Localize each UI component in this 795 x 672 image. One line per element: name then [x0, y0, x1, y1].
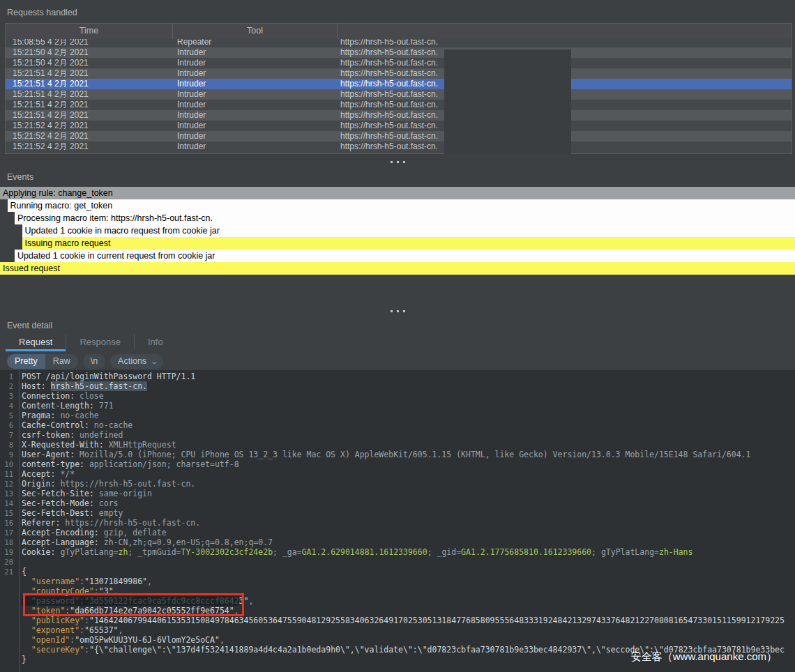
- line-number: 10: [0, 459, 16, 469]
- code-line: "exponent":"65537",: [0, 625, 795, 635]
- code-line: "openId":"omQ5PwKUU3YU-6J-6VlomY2e5oCA",: [0, 635, 795, 645]
- table-cell-tool: Intruder: [173, 100, 338, 110]
- line-number: [0, 616, 16, 625]
- line-number: [0, 586, 16, 596]
- raw-button[interactable]: Raw: [45, 354, 78, 369]
- token-highlight-annotation: [23, 593, 244, 616]
- table-cell-time: 15:21:50 4 2月 2021: [6, 58, 173, 68]
- table-cell-tool: Intruder: [173, 131, 338, 142]
- line-number: 14: [0, 498, 16, 508]
- line-number: 9: [0, 450, 16, 459]
- event-item[interactable]: Updated 1 cookie in current request from…: [15, 250, 795, 262]
- code-line: 15Sec-Fetch-Dest: empty: [0, 508, 795, 518]
- code-line: 4Content-Length: 771: [0, 401, 795, 411]
- tab-response[interactable]: Response: [66, 334, 135, 349]
- event-item[interactable]: Issued request: [0, 262, 795, 275]
- actions-button[interactable]: Actions ⌄: [110, 354, 162, 369]
- table-row[interactable]: 15:21:51 4 2月 2021Intruderhttps://hrsh-h…: [6, 100, 792, 110]
- event-detail-title: Event detail: [7, 321, 52, 330]
- line-number: [0, 596, 16, 606]
- table-row[interactable]: 15:21:52 4 2月 2021Intruderhttps://hrsh-h…: [6, 131, 792, 142]
- line-number: 19: [0, 547, 16, 557]
- event-item[interactable]: Processing macro item: https://hrsh-h5-o…: [15, 212, 795, 224]
- code-line: 6Cache-Control: no-cache: [0, 420, 795, 430]
- table-row[interactable]: 15:21:50 4 2月 2021Intruderhttps://hrsh-h…: [6, 47, 792, 58]
- event-item[interactable]: Applying rule: change_token: [0, 187, 795, 199]
- newline-toggle-button[interactable]: \n: [83, 354, 105, 369]
- table-row[interactable]: 15:21:51 4 2月 2021Intruderhttps://hrsh-h…: [6, 110, 792, 121]
- table-cell-tool: Intruder: [173, 68, 338, 79]
- code-line: 18Accept-Language: zh-CN,zh;q=0.9,en-US;…: [0, 537, 795, 547]
- line-number: [0, 606, 16, 616]
- code-line: "username":"13071849986",: [0, 576, 795, 586]
- line-number: 15: [0, 508, 16, 518]
- line-number: [0, 576, 16, 586]
- code-line: 21{: [0, 567, 795, 576]
- table-cell-tool: Intruder: [173, 89, 338, 100]
- line-number: 5: [0, 411, 16, 420]
- code-line: 20: [0, 557, 795, 567]
- event-item[interactable]: Issuing macro request: [22, 237, 795, 250]
- code-line: 9User-Agent: Mozilla/5.0 (iPhone; CPU iP…: [0, 450, 795, 459]
- pretty-button[interactable]: Pretty: [7, 354, 45, 369]
- line-number: [0, 635, 16, 645]
- requests-table-header: Time Tool: [6, 24, 792, 39]
- line-number: 11: [0, 469, 16, 479]
- table-row[interactable]: 15:21:51 4 2月 2021Intruderhttps://hrsh-h…: [6, 89, 792, 100]
- code-line: 5Pragma: no-cache: [0, 411, 795, 420]
- table-cell-time: 15:21:51 4 2月 2021: [6, 110, 173, 121]
- code-line: 10content-type: application/json; charse…: [0, 459, 795, 469]
- splitter-handle-top[interactable]: [0, 158, 795, 165]
- line-number: 7: [0, 430, 16, 440]
- table-row[interactable]: 15:21:52 4 2月 2021Intruderhttps://hrsh-h…: [6, 121, 792, 131]
- code-line: 13Sec-Fetch-Site: same-origin: [0, 489, 795, 498]
- table-row[interactable]: 15:21:51 4 2月 2021Intruderhttps://hrsh-h…: [6, 68, 792, 79]
- event-item[interactable]: Running macro: get_token: [8, 199, 795, 212]
- table-cell-tool: Intruder: [173, 47, 338, 58]
- code-line: 8X-Requested-With: XMLHttpRequest: [0, 440, 795, 450]
- code-line: 2Host: hrsh-h5-out.fast-cn.: [0, 381, 795, 391]
- table-row[interactable]: 15:21:52 4 2月 2021Intruderhttps://hrsh-h…: [6, 142, 792, 152]
- code-line: 1POST /api/loginWithPassword HTTP/1.1: [0, 372, 795, 381]
- code-line: 11Accept: */*: [0, 469, 795, 479]
- table-cell-tool: Intruder: [173, 110, 338, 121]
- table-cell-time: 15:08:55 4 2月 2021: [6, 39, 173, 47]
- column-header-url[interactable]: [338, 24, 792, 39]
- events-list: Applying rule: change_tokenRunning macro…: [0, 187, 795, 275]
- line-number: 12: [0, 479, 16, 489]
- code-line: 14Sec-Fetch-Mode: cors: [0, 498, 795, 508]
- splitter-handle-bottom[interactable]: [0, 307, 795, 314]
- events-title: Events: [7, 172, 33, 182]
- watermark-text: 安全客（www.anquanke.com）: [631, 650, 777, 664]
- requests-table-viewport: 15:08:55 4 2月 2021Repeaterhttps://hrsh-h…: [6, 39, 792, 154]
- line-number: 20: [0, 557, 16, 567]
- table-cell-tool: Intruder: [173, 58, 338, 68]
- table-cell-time: 15:21:50 4 2月 2021: [6, 47, 173, 58]
- line-number: [0, 625, 16, 635]
- line-number: 8: [0, 440, 16, 450]
- code-line: 16Referer: https://hrsh-h5-out.fast-cn.: [0, 518, 795, 528]
- request-editor[interactable]: 1POST /api/loginWithPassword HTTP/1.12Ho…: [0, 370, 795, 672]
- session-handling-tracer-window: Requests handled Time Tool 15:08:55 4 2月…: [0, 0, 795, 672]
- detail-tabs: RequestResponseInfo: [6, 334, 176, 351]
- table-row[interactable]: 15:21:51 4 2月 2021Intruderhttps://hrsh-h…: [6, 79, 792, 89]
- code-line: 19Cookie: gTyPlatLang=zh; _tpmGuid=TY-30…: [0, 547, 795, 557]
- table-row[interactable]: 15:21:50 4 2月 2021Intruderhttps://hrsh-h…: [6, 58, 792, 68]
- requests-handled-title: Requests handled: [7, 8, 77, 17]
- tab-request[interactable]: Request: [6, 334, 66, 349]
- table-row[interactable]: 15:08:55 4 2月 2021Repeaterhttps://hrsh-h…: [6, 39, 792, 47]
- code-line: 17Accept-Encoding: gzip, deflate: [0, 528, 795, 537]
- line-number: [0, 655, 16, 664]
- line-number: 4: [0, 401, 16, 411]
- requests-table: Time Tool 15:08:55 4 2月 2021Repeaterhttp…: [5, 23, 792, 154]
- column-header-time[interactable]: Time: [6, 24, 173, 39]
- event-item[interactable]: Updated 1 cookie in macro request from c…: [22, 224, 795, 237]
- column-header-tool[interactable]: Tool: [173, 24, 338, 39]
- table-cell-tool: Intruder: [173, 142, 338, 152]
- table-cell-time: 15:21:52 4 2月 2021: [6, 131, 173, 142]
- table-cell-tool: Intruder: [173, 121, 338, 131]
- message-editor-toolbar: Pretty Raw \n Actions ⌄: [7, 353, 163, 369]
- request-editor-lines: 1POST /api/loginWithPassword HTTP/1.12Ho…: [0, 370, 795, 664]
- table-cell-time: 15:21:51 4 2月 2021: [6, 100, 173, 110]
- tab-info[interactable]: Info: [135, 334, 176, 349]
